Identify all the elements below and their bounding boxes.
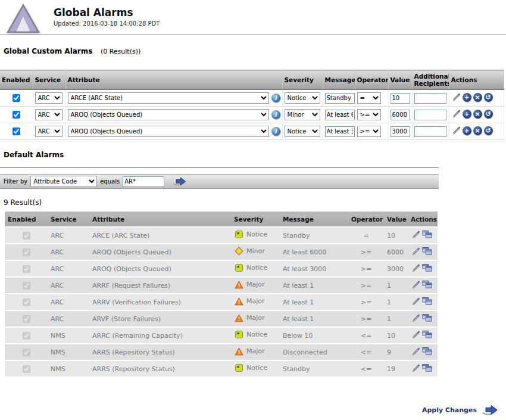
service-select[interactable]: ARC [35, 109, 63, 120]
enabled-checkbox-readonly [23, 332, 30, 340]
value-cell: 6000 [384, 244, 408, 260]
service-cell: ARC [33, 123, 65, 140]
copy-icon[interactable] [422, 313, 432, 322]
copy-icon[interactable] [422, 330, 432, 339]
additional-recipients-input[interactable] [414, 126, 446, 137]
edit-icon[interactable] [411, 297, 420, 306]
actions-cell [408, 294, 438, 310]
value-input[interactable] [391, 110, 410, 120]
operator-select[interactable]: >= [357, 109, 381, 120]
filter-value-input[interactable] [123, 176, 164, 187]
message-input[interactable] [325, 110, 355, 120]
edit-icon[interactable] [411, 330, 420, 340]
edit-icon[interactable] [451, 92, 461, 102]
edit-icon[interactable] [411, 247, 420, 256]
operator-cell: >= [348, 260, 384, 277]
message-cell: Disconnected [280, 344, 348, 360]
edit-icon[interactable] [451, 126, 461, 135]
filter-field-select[interactable]: Attribute Code [30, 176, 97, 187]
delete-icon[interactable]: × [473, 126, 482, 135]
value-input[interactable] [391, 126, 410, 137]
edit-icon[interactable] [411, 280, 420, 290]
severity-notice-icon [234, 364, 243, 372]
edit-icon[interactable] [411, 230, 420, 239]
message-cell: At least 1 [280, 294, 348, 310]
info-icon[interactable]: i [271, 110, 280, 119]
severity-select[interactable]: Minor [285, 109, 320, 120]
operator-select[interactable]: = [357, 92, 381, 104]
info-icon[interactable]: i [271, 127, 280, 136]
edit-icon[interactable] [451, 109, 461, 119]
actions-cell: +×↺ [449, 107, 504, 123]
attribute-select[interactable]: AROQ (Objects Queued) [68, 109, 269, 120]
apply-changes-label: Apply Changes [422, 406, 477, 414]
delete-icon[interactable]: × [473, 93, 482, 102]
additional-recipients-input[interactable] [414, 110, 446, 120]
actions-cell [408, 344, 438, 360]
enabled-checkbox[interactable] [13, 111, 20, 119]
edit-icon[interactable] [411, 313, 420, 323]
enabled-cell [5, 244, 48, 260]
add-icon[interactable]: + [463, 110, 471, 119]
copy-icon[interactable] [422, 363, 432, 372]
default-alarms-title: Default Alarms [4, 151, 506, 159]
revert-icon[interactable]: ↺ [484, 93, 493, 102]
severity-select[interactable]: Notice [285, 126, 320, 137]
attribute-cell: ARRF (Request Failures) [89, 277, 231, 294]
enabled-cell [5, 294, 48, 310]
revert-icon[interactable]: ↺ [484, 110, 493, 119]
operator-cell: >= [348, 310, 384, 327]
operator-select[interactable]: >= [357, 126, 381, 137]
copy-icon[interactable] [422, 280, 432, 289]
severity-cell: Major [231, 294, 280, 310]
page-header: Global Alarms Updated: 2016-03-18 14:00:… [0, 0, 506, 35]
message-cell: At least 1 [280, 277, 348, 294]
column-header-severity: Severity [282, 70, 323, 90]
column-header-enabled: Enabled [5, 211, 48, 227]
edit-icon[interactable] [411, 363, 420, 373]
filter-go-icon[interactable] [172, 176, 187, 186]
attribute-select[interactable]: ARCE (ARC State) [68, 92, 269, 104]
severity-cell: Minor [282, 107, 323, 123]
value-cell: 10 [384, 227, 408, 244]
recipients-cell [412, 107, 449, 123]
service-select[interactable]: ARC [35, 126, 63, 137]
default-alarm-row: NMSARRS (Repository Status)NoticeStandby… [5, 360, 438, 377]
attribute-cell: ARVF (Store Failures) [89, 310, 231, 327]
value-input[interactable] [391, 93, 410, 104]
attribute-cell: AROQ (Objects Queued)i [65, 107, 282, 123]
default-alarms-divider [0, 167, 439, 168]
severity-select[interactable]: Notice [285, 92, 320, 104]
value-cell [388, 123, 412, 140]
copy-icon[interactable] [422, 263, 432, 272]
enabled-checkbox[interactable] [13, 127, 20, 135]
add-icon[interactable]: + [463, 93, 471, 102]
enabled-checkbox-readonly [23, 298, 30, 306]
filter-bar: Filter by Attribute Code equals [0, 174, 439, 189]
additional-recipients-input[interactable] [414, 93, 446, 104]
custom-alarm-row: ARCAROQ (Objects Queued)iMinor>=+×↺ [0, 107, 504, 123]
edit-icon[interactable] [411, 263, 420, 273]
message-input[interactable] [325, 93, 355, 104]
default-alarm-row: ARCAROQ (Objects Queued)MinorAt least 60… [5, 244, 438, 260]
message-input[interactable] [325, 126, 355, 137]
operator-cell: >= [348, 277, 384, 294]
copy-icon[interactable] [422, 247, 432, 256]
delete-icon[interactable]: × [473, 110, 482, 119]
actions-cell [408, 244, 438, 260]
info-icon[interactable]: i [271, 94, 280, 102]
revert-icon[interactable]: ↺ [484, 126, 493, 135]
recipients-cell [412, 90, 449, 107]
actions-cell [408, 260, 438, 277]
copy-icon[interactable] [422, 297, 432, 306]
apply-changes-button[interactable] [481, 404, 499, 416]
copy-icon[interactable] [422, 230, 432, 239]
edit-icon[interactable] [411, 347, 420, 356]
copy-icon[interactable] [422, 347, 432, 356]
service-select[interactable]: ARC [35, 92, 63, 104]
attribute-select[interactable]: AROQ (Objects Queued) [68, 126, 269, 137]
severity-label: Notice [246, 264, 267, 272]
service-cell: ARC [48, 277, 89, 294]
add-icon[interactable]: + [463, 126, 471, 135]
enabled-checkbox[interactable] [13, 94, 20, 102]
